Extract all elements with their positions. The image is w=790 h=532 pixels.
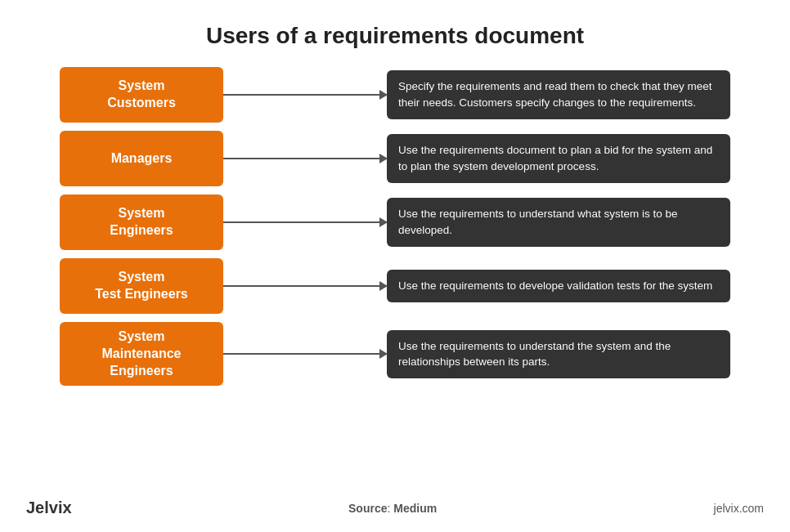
arrow-managers [223,158,387,159]
arrow-line-system-customers [223,94,387,96]
arrow-system-test-engineers [223,285,387,287]
footer-source-label: Source [348,502,387,515]
orange-box-system-maintenance-engineers: System Maintenance Engineers [60,322,223,386]
page-title: Users of a requirements document [206,23,584,49]
row-system-test-engineers: System Test EngineersUse the requirement… [60,258,730,314]
arrow-line-system-test-engineers [223,285,387,287]
dark-box-system-test-engineers: Use the requirements to develope validat… [387,270,730,302]
orange-box-system-engineers: System Engineers [60,194,223,250]
row-system-engineers: System EngineersUse the requirements to … [60,194,730,250]
arrow-line-managers [223,158,387,159]
row-managers: ManagersUse the requirements document to… [60,131,730,186]
footer-brand: Jelvix [26,498,72,517]
arrow-line-system-maintenance-engineers [223,353,387,355]
arrow-line-system-engineers [223,221,387,223]
dark-box-managers: Use the requirements document to plan a … [387,134,730,182]
row-system-customers: System CustomersSpecify the requirements… [60,67,730,123]
footer: Jelvix Source: Medium jelvix.com [0,498,790,517]
orange-box-system-test-engineers: System Test Engineers [60,258,223,314]
orange-box-system-customers: System Customers [60,67,223,123]
footer-source: Source: Medium [348,502,437,515]
dark-box-system-maintenance-engineers: Use the requirements to understand the s… [387,330,730,378]
footer-source-value: Medium [393,502,437,515]
diagram: System CustomersSpecify the requirements… [60,67,730,386]
arrow-system-customers [223,94,387,96]
footer-url: jelvix.com [714,502,764,515]
dark-box-system-customers: Specify the requirements and read them t… [387,70,730,118]
arrow-system-maintenance-engineers [223,353,387,355]
dark-box-system-engineers: Use the requirements to understand what … [387,198,730,246]
orange-box-managers: Managers [60,131,223,186]
row-system-maintenance-engineers: System Maintenance EngineersUse the requ… [60,322,730,386]
arrow-system-engineers [223,221,387,223]
